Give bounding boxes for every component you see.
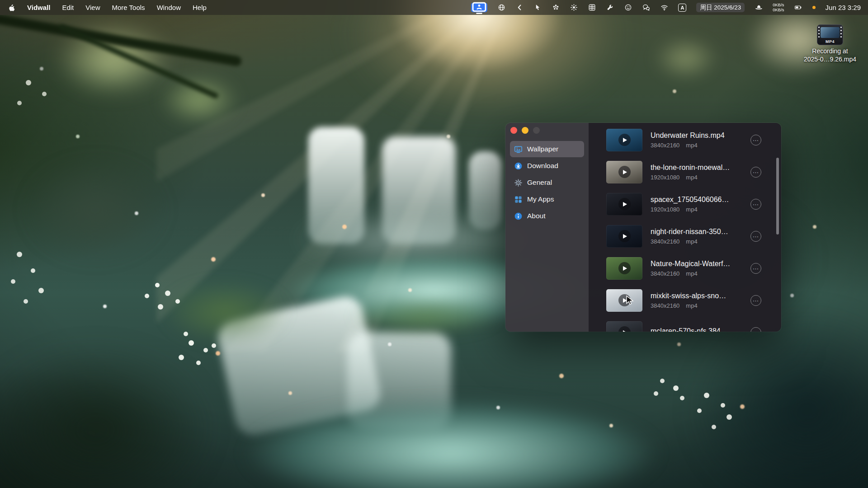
- more-options-button[interactable]: …: [750, 135, 761, 145]
- sun-icon[interactable]: [570, 4, 578, 12]
- sidebar-item-general[interactable]: General: [510, 174, 584, 191]
- video-meta: Underwater Ruins.mp4 3840x2160 mp4: [651, 131, 742, 149]
- zoom-button-disabled: [533, 127, 540, 134]
- more-options-button[interactable]: …: [750, 231, 761, 242]
- video-frame-preview: [821, 27, 840, 38]
- play-icon: [623, 266, 627, 271]
- video-row[interactable]: night-rider-nissan-350… 3840x2160 mp4 …: [589, 220, 781, 252]
- more-options-button[interactable]: …: [750, 327, 761, 332]
- sidebar-item-label: My Apps: [527, 195, 554, 203]
- video-row[interactable]: Nature-Magical-Waterf… 3840x2160 mp4 …: [589, 252, 781, 284]
- video-row[interactable]: spacex_17505406066… 868x488 mp4 …: [589, 188, 781, 220]
- play-button[interactable]: [618, 230, 631, 242]
- sidebar-item-about[interactable]: About: [510, 208, 584, 224]
- video-title: Nature-Magical-Waterf…: [651, 260, 742, 268]
- menu-item-help[interactable]: Help: [193, 4, 207, 11]
- play-icon: [623, 330, 627, 332]
- scrollbar-thumb[interactable]: [776, 158, 779, 235]
- video-row[interactable]: Underwater Ruins.mp4 3840x2160 mp4 …: [589, 124, 781, 156]
- vidwall-window: WallpaperDownloadGeneralMy AppsAbout Und…: [505, 123, 781, 332]
- video-title: mclaren-570s-nfs.384…: [651, 327, 742, 332]
- wechat-icon[interactable]: [642, 4, 650, 12]
- video-format: mp4: [686, 174, 697, 181]
- video-thumbnail: [606, 129, 642, 151]
- play-button[interactable]: [618, 326, 631, 332]
- sidebar-nav: WallpaperDownloadGeneralMy AppsAbout: [505, 141, 589, 224]
- menu-item-more-tools[interactable]: More Tools: [112, 4, 145, 11]
- globe-icon[interactable]: [497, 4, 505, 12]
- play-icon: [623, 202, 627, 206]
- menu-items: EditViewMore ToolsWindowHelp: [62, 4, 206, 11]
- screen-recording-indicator[interactable]: [471, 3, 487, 12]
- hat-icon[interactable]: [755, 4, 763, 12]
- flower-icon[interactable]: [552, 4, 560, 12]
- video-meta: Nature-Magical-Waterf… 3840x2160 mp4: [651, 260, 742, 277]
- video-title: night-rider-nissan-350…: [651, 228, 742, 236]
- video-subtitle: 868x488 mp4: [651, 174, 742, 181]
- video-thumbnail: [606, 321, 642, 332]
- video-thumbnail: [606, 225, 642, 248]
- sidebar-item-my-apps[interactable]: My Apps: [510, 191, 584, 207]
- menu-item-window[interactable]: Window: [157, 4, 181, 11]
- sidebar-item-label: General: [527, 178, 552, 187]
- video-meta: night-rider-nissan-350… 3840x2160 mp4: [651, 228, 742, 245]
- wallpaper-icon: [514, 145, 523, 154]
- file-name-line2: 2025-0…9.26.mp4: [804, 56, 856, 64]
- sidebar-item-wallpaper[interactable]: Wallpaper: [510, 141, 584, 157]
- sidebar-item-download[interactable]: Download: [510, 158, 584, 174]
- more-options-button[interactable]: …: [750, 199, 761, 210]
- sidebar-item-label: About: [527, 212, 546, 220]
- video-row[interactable]: mixkit-swiss-alps-sno… 3840x2160 mp4 …: [589, 284, 781, 316]
- cursor-icon[interactable]: [533, 4, 542, 12]
- network-speed[interactable]: 0KB/s 0KB/s: [773, 3, 784, 13]
- video-format: mp4: [686, 302, 697, 309]
- network-down: 0KB/s: [773, 8, 784, 13]
- video-title: mixkit-swiss-alps-sno…: [651, 292, 742, 300]
- menu-item-edit[interactable]: Edit: [62, 4, 74, 11]
- play-icon: [623, 138, 627, 142]
- input-method-icon[interactable]: A: [678, 4, 686, 12]
- video-meta: mixkit-swiss-alps-sno… 3840x2160 mp4: [651, 292, 742, 309]
- mouse-cursor: [624, 295, 635, 305]
- play-button[interactable]: [618, 262, 631, 274]
- download-icon: [514, 162, 523, 170]
- close-button[interactable]: [510, 127, 517, 134]
- more-options-button[interactable]: …: [750, 263, 761, 274]
- play-button[interactable]: [618, 166, 631, 178]
- video-format: mp4: [686, 270, 697, 277]
- video-resolution: 868x488: [651, 174, 679, 181]
- menu-item-view[interactable]: View: [85, 4, 100, 11]
- more-options-button[interactable]: …: [750, 295, 761, 306]
- grid-icon[interactable]: [588, 4, 596, 12]
- menu-app-name[interactable]: Vidwall: [27, 4, 50, 11]
- play-icon: [623, 170, 627, 174]
- chevron-left-icon[interactable]: [515, 4, 524, 12]
- menu-clock[interactable]: Jun 23 3:29: [826, 4, 861, 11]
- video-row[interactable]: mclaren-570s-nfs.384… …: [589, 316, 781, 332]
- video-row[interactable]: the-lone-ronin-moewal… 868x488 mp4 …: [589, 156, 781, 188]
- smiley-icon[interactable]: [624, 4, 632, 12]
- date-badge[interactable]: 周日 2025/6/23: [696, 3, 745, 13]
- apple-icon[interactable]: [7, 4, 15, 12]
- sidebar-item-label: Download: [527, 162, 558, 170]
- network-up: 0KB/s: [773, 3, 784, 8]
- play-button[interactable]: [618, 198, 631, 210]
- minimize-button[interactable]: [522, 127, 528, 134]
- file-extension-badge: MP4: [817, 39, 843, 44]
- info-icon: [514, 212, 523, 221]
- apps-grid-icon: [514, 195, 523, 204]
- battery-icon[interactable]: [794, 4, 802, 12]
- more-options-button[interactable]: …: [750, 167, 761, 178]
- video-title: the-lone-ronin-moewal…: [651, 164, 742, 172]
- video-subtitle: 868x488 mp4: [651, 206, 742, 213]
- video-thumbnail: [606, 161, 642, 183]
- video-subtitle: 3840x2160 mp4: [651, 270, 742, 277]
- desktop-file-recording[interactable]: MP4 Recording at 2025-0…9.26.mp4: [801, 24, 859, 64]
- play-button[interactable]: [618, 134, 631, 146]
- wifi-icon[interactable]: [660, 4, 668, 12]
- tools-icon[interactable]: [606, 4, 614, 12]
- file-name-line1: Recording at: [804, 47, 856, 56]
- traffic-lights: [510, 127, 540, 134]
- video-meta: spacex_17505406066… 868x488 mp4: [651, 196, 742, 213]
- menu-bar-left: Vidwall EditViewMore ToolsWindowHelp: [7, 4, 207, 12]
